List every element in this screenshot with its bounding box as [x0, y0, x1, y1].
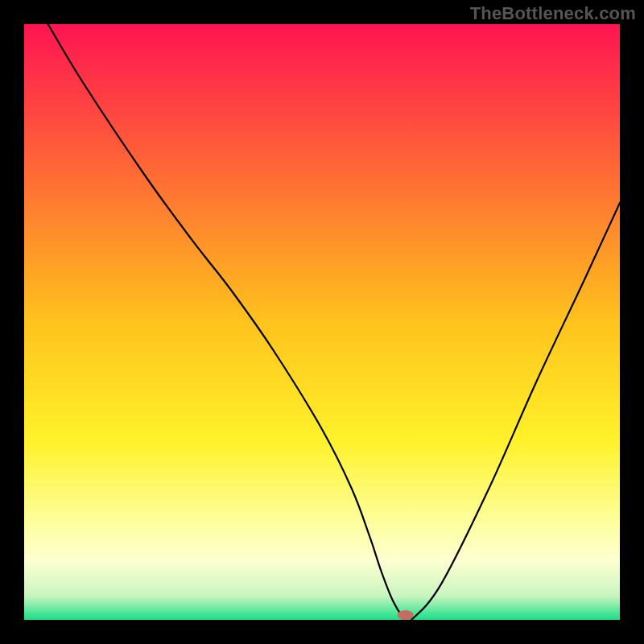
valley-marker [398, 610, 414, 620]
chart-svg [24, 24, 620, 620]
plot-area [24, 24, 620, 620]
watermark-text: TheBottleneck.com [470, 3, 636, 24]
gradient-background [24, 24, 620, 620]
chart-frame: TheBottleneck.com [0, 0, 644, 644]
